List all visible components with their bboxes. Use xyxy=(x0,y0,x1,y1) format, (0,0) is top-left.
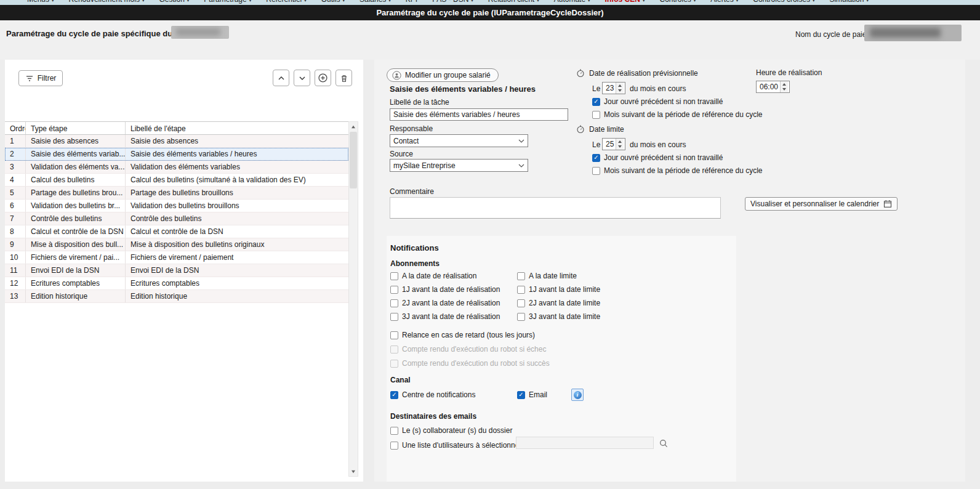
menu-item-relation-client[interactable]: Relation client▾ xyxy=(488,0,539,5)
step-type: Saisie des absences xyxy=(26,135,126,147)
responsable-select[interactable]: Contact xyxy=(390,134,528,147)
a-la-date-limite-checkbox[interactable] xyxy=(517,272,525,280)
menu-item-controles-croises[interactable]: Contrôles croisés▾ xyxy=(753,0,814,5)
step-row[interactable]: 9 Mise à disposition des bull... Mise à … xyxy=(5,238,348,251)
checkbox-label: 1J avant la date de réalisation xyxy=(402,285,500,294)
menu-item-parametrage[interactable]: Paramétrage▾ xyxy=(204,0,251,5)
realisation-label: Date de réalisation prévisionnelle xyxy=(589,69,698,78)
step-row[interactable]: 3 Validation des éléments va... Validati… xyxy=(5,161,348,174)
menu-item-menus[interactable]: Menus▾ xyxy=(27,0,54,5)
menu-item-automate[interactable]: Automate▾ xyxy=(554,0,590,5)
checkbox-label: Une liste d'utilisateurs à sélectionner … xyxy=(402,441,526,450)
column-header-type[interactable]: Type étape xyxy=(26,122,126,134)
1j-avant-realisation-checkbox[interactable] xyxy=(390,286,398,294)
spinner-down-icon[interactable] xyxy=(618,89,622,92)
heure-input[interactable]: 06:00 xyxy=(756,81,790,93)
spinner-buttons[interactable] xyxy=(616,139,624,150)
relance-retard-checkbox[interactable] xyxy=(390,331,398,339)
menu-item-pas-dsn[interactable]: PAS - DSN▾ xyxy=(432,0,473,5)
step-row[interactable]: 10 Fichiers de virement / pai... Fichier… xyxy=(5,251,348,264)
spinner-down-icon[interactable] xyxy=(782,88,786,91)
search-icon[interactable] xyxy=(659,439,668,448)
checkbox-label: 1J avant la date limite xyxy=(529,285,600,294)
info-button[interactable]: i xyxy=(571,389,584,401)
column-header-libelle[interactable]: Libellé de l'étape xyxy=(126,122,348,134)
step-row[interactable]: 12 Ecritures comptables Ecritures compta… xyxy=(5,277,348,290)
move-step-down-button[interactable] xyxy=(294,70,310,86)
heure-label: Heure de réalisation xyxy=(756,68,822,77)
jour-ouvre-limite-checkbox[interactable] xyxy=(592,154,600,162)
spinner-up-icon[interactable] xyxy=(618,84,622,87)
step-row[interactable]: 7 Contrôle des bulletins Contrôle des bu… xyxy=(5,212,348,225)
limite-suffix: du mois en cours xyxy=(630,140,686,149)
calendar-button[interactable]: Visualiser et personnaliser le calendrie… xyxy=(745,197,898,211)
checkbox-row: Centre de notifications xyxy=(390,390,475,399)
step-row[interactable]: 13 Edition historique Edition historique xyxy=(5,290,348,303)
move-step-up-button[interactable] xyxy=(273,70,289,86)
checkbox-row: Une liste d'utilisateurs à sélectionner … xyxy=(390,441,526,450)
a-la-date-realisation-checkbox[interactable] xyxy=(390,272,398,280)
step-row[interactable]: 4 Calcul des bulletins Calcul des bullet… xyxy=(5,174,348,187)
realisation-day-input[interactable]: 23 xyxy=(602,82,625,94)
spinner-down-icon[interactable] xyxy=(618,145,622,148)
3j-avant-limite-checkbox[interactable] xyxy=(517,313,525,321)
menu-item-kpi[interactable]: KPI xyxy=(406,0,417,5)
spinner-up-icon[interactable] xyxy=(618,140,622,143)
step-row[interactable]: 5 Partage des bulletins brou... Partage … xyxy=(5,187,348,200)
liste-utilisateurs-checkbox[interactable] xyxy=(390,442,398,450)
step-row[interactable]: 1 Saisie des absences Saisie des absence… xyxy=(5,135,348,148)
step-row[interactable]: 8 Calcul et contrôle de la DSN Calcul et… xyxy=(5,225,348,238)
filter-button[interactable]: Filtrer xyxy=(18,70,63,86)
limite-day-input[interactable]: 25 xyxy=(602,138,625,150)
scroll-up-icon[interactable] xyxy=(349,122,358,131)
menu-item-gestion[interactable]: Gestion▾ xyxy=(159,0,189,5)
delete-step-button[interactable] xyxy=(335,70,352,86)
2j-avant-realisation-checkbox[interactable] xyxy=(390,299,398,307)
window-title-bar: Paramétrage du cycle de paie (IUParametr… xyxy=(0,5,980,20)
collaborateurs-dossier-checkbox[interactable] xyxy=(390,427,398,435)
modify-group-button[interactable]: Modifier un groupe salarié xyxy=(387,68,499,82)
cycle-name-input-redacted[interactable] xyxy=(864,25,962,41)
menu-item-infos-cen[interactable]: Infos CEN▾ xyxy=(605,0,645,5)
step-row[interactable]: 6 Validation des bulletins br... Validat… xyxy=(5,200,348,212)
chevron-down-icon: ▾ xyxy=(537,0,539,5)
menu-item-controles[interactable]: Contrôles▾ xyxy=(659,0,696,5)
checkbox-row: Relance en cas de retard (tous les jours… xyxy=(390,331,535,339)
chevron-down-icon: ▾ xyxy=(866,0,869,5)
menu-item-referentiel[interactable]: Référentiel▾ xyxy=(266,0,307,5)
realisation-suffix: du mois en cours xyxy=(630,84,686,93)
libelle-input[interactable] xyxy=(390,108,568,121)
menu-bar: Menus▾ Renouvellement mois▾ Gestion▾ Par… xyxy=(0,0,980,5)
commentaire-textarea[interactable] xyxy=(390,197,721,219)
table-scrollbar[interactable] xyxy=(348,121,358,477)
step-row[interactable]: 11 Envoi EDI de la DSN Envoi EDI de la D… xyxy=(5,264,348,277)
2j-avant-limite-checkbox[interactable] xyxy=(517,299,525,307)
add-step-button[interactable] xyxy=(315,70,331,86)
source-select[interactable]: mySilae Entreprise xyxy=(390,159,528,172)
mois-suivant-realisation-checkbox[interactable] xyxy=(592,111,600,119)
page-header: Paramétrage du cycle de paie spécifique … xyxy=(0,20,980,60)
menu-item-outils[interactable]: Outils▾ xyxy=(321,0,345,5)
menu-item-salaries[interactable]: Salariés▾ xyxy=(359,0,391,5)
step-libelle: Fichiers de virement / paiement xyxy=(126,251,348,264)
3j-avant-realisation-checkbox[interactable] xyxy=(390,313,398,321)
step-row[interactable]: 2 Saisie des éléments variab... Saisie d… xyxy=(5,148,348,161)
centre-notifications-checkbox[interactable] xyxy=(390,391,398,399)
spinner-up-icon[interactable] xyxy=(782,83,786,86)
jour-ouvre-realisation-checkbox[interactable] xyxy=(592,98,600,106)
menu-item-alertes[interactable]: Alertes▾ xyxy=(710,0,738,5)
spinner-buttons[interactable] xyxy=(780,81,788,92)
scroll-down-icon[interactable] xyxy=(349,467,358,476)
mois-suivant-limite-checkbox[interactable] xyxy=(592,167,600,175)
step-ordre: 5 xyxy=(5,187,26,199)
steps-table: Ordre Type étape Libellé de l'étape 1 Sa… xyxy=(5,121,348,303)
column-header-ordre[interactable]: Ordre xyxy=(5,122,26,134)
step-type: Calcul des bulletins xyxy=(26,174,126,186)
user-list-search-input[interactable] xyxy=(516,437,654,449)
menu-item-simulation[interactable]: Simulation▾ xyxy=(829,0,869,5)
scrollbar-thumb[interactable] xyxy=(350,132,357,188)
email-checkbox[interactable] xyxy=(517,391,525,399)
1j-avant-limite-checkbox[interactable] xyxy=(517,286,525,294)
menu-item-renouvellement-mois[interactable]: Renouvellement mois▾ xyxy=(69,0,145,5)
spinner-buttons[interactable] xyxy=(616,83,624,94)
